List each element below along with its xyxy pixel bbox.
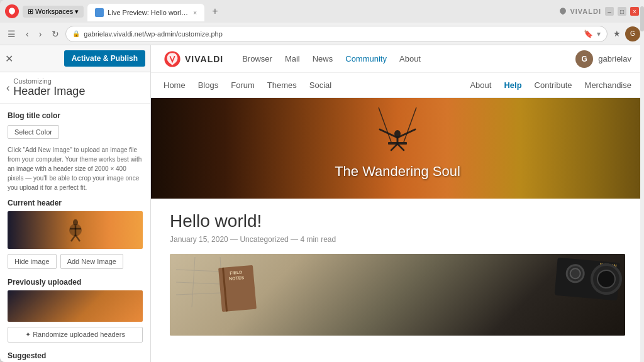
site-nav-themes[interactable]: Themes — [267, 80, 297, 90]
hero-section: The Wandering Soul — [151, 98, 644, 199]
header-info-text: Click "Add New Image" to upload an image… — [8, 145, 143, 192]
header-preview-image — [8, 211, 143, 249]
customizer-close-button[interactable]: ✕ — [5, 53, 13, 65]
customizer-top-bar: ✕ Activate & Publish — [0, 45, 150, 72]
hide-image-button[interactable]: Hide image — [8, 254, 57, 269]
randomize-headers-button[interactable]: ✦ Randomize uploaded headers — [8, 327, 143, 343]
customizer-back-button[interactable]: ‹ — [6, 82, 9, 94]
customizer-section-title: Header Image — [13, 85, 85, 98]
site-nav-social[interactable]: Social — [309, 80, 331, 90]
new-tab-button[interactable]: + — [208, 6, 221, 17]
user-avatar[interactable]: G — [575, 50, 593, 68]
vivaldi-site-logo[interactable]: VIVALDI — [164, 50, 223, 68]
title-bar: ⊞ Workspaces ▾ Live Preview: Hello world… — [0, 0, 644, 23]
tab-title: Live Preview: Hello world! | — [108, 9, 189, 16]
current-header-preview — [8, 211, 143, 249]
previously-uploaded-label: Previously uploaded — [8, 278, 143, 287]
svg-point-0 — [73, 219, 78, 226]
site-nav-contribute[interactable]: Contribute — [535, 80, 572, 90]
suggested-label: Suggested — [8, 351, 143, 360]
scrollbar[interactable] — [640, 45, 644, 362]
security-icon: 🔒 — [72, 30, 80, 37]
add-new-image-button[interactable]: Add New Image — [60, 254, 123, 269]
vivaldi-menu-button[interactable] — [5, 4, 19, 18]
site-nav-home[interactable]: Home — [164, 80, 186, 90]
vivaldi-top-nav: VIVALDI Browser Mail News Community Abou… — [151, 45, 644, 73]
customizer-header: ‹ Customizing Header Image — [0, 72, 150, 104]
extensions-button[interactable]: ★ — [610, 27, 624, 40]
maximize-button[interactable]: □ — [618, 7, 626, 16]
activate-publish-button[interactable]: Activate & Publish — [64, 50, 145, 67]
select-color-button[interactable]: Select Color — [8, 125, 59, 139]
sidebar-toggle-button[interactable]: ☰ — [4, 26, 19, 41]
post-featured-image: FIELDNOTES NIKON — [170, 254, 625, 336]
chevron-icon: ▾ — [75, 8, 79, 16]
bookmark-button[interactable]: 🔖 — [584, 30, 593, 38]
blog-content: Hello world! January 15, 2020 — Uncatego… — [151, 199, 644, 362]
workspaces-icon: ⊞ — [28, 8, 33, 16]
site-nav-about[interactable]: About — [470, 80, 491, 90]
site-content: VIVALDI Browser Mail News Community Abou… — [151, 45, 644, 362]
nav-right-buttons: ★ G — [610, 26, 640, 41]
svg-line-13 — [391, 144, 397, 150]
site-nav-help[interactable]: Help — [504, 80, 521, 90]
site-nav-left: Home Blogs Forum Themes Social — [164, 80, 331, 90]
user-avatar-nav[interactable]: G — [625, 26, 640, 41]
prev-preview-image — [8, 290, 143, 322]
hero-title: The Wandering Soul — [335, 163, 460, 180]
nav-link-news[interactable]: News — [313, 54, 333, 63]
vivaldi-nav-links: Browser Mail News Community About — [242, 54, 421, 63]
close-button[interactable]: × — [630, 7, 639, 16]
current-header-label: Current header — [8, 199, 143, 207]
site-nav-blogs[interactable]: Blogs — [198, 80, 219, 90]
browser-brand: VIVALDI — [558, 7, 601, 16]
reload-button[interactable]: ↻ — [48, 26, 63, 41]
post-title: Hello world! — [170, 211, 625, 231]
site-navigation: Home Blogs Forum Themes Social About Hel… — [151, 73, 644, 98]
nav-link-mail[interactable]: Mail — [285, 54, 300, 63]
vivaldi-logo-icon — [164, 50, 181, 68]
main-content: ✕ Activate & Publish ‹ Customizing Heade… — [0, 45, 644, 362]
dropdown-button[interactable]: ▾ — [597, 30, 601, 38]
site-nav-right: About Help Contribute Merchandise — [470, 80, 631, 90]
svg-line-14 — [397, 144, 404, 150]
tab-close-button[interactable]: × — [193, 9, 197, 16]
svg-line-4 — [75, 235, 80, 241]
vivaldi-logo-text: VIVALDI — [185, 54, 223, 64]
customizer-panel: ✕ Activate & Publish ‹ Customizing Heade… — [0, 45, 151, 362]
back-button[interactable]: ‹ — [22, 26, 33, 41]
active-tab[interactable]: Live Preview: Hello world! | × — [87, 4, 204, 21]
customizer-body: Blog title color Select Color Click "Add… — [0, 104, 150, 362]
svg-line-7 — [404, 107, 416, 142]
header-action-buttons: Hide image Add New Image — [8, 254, 143, 269]
address-bar[interactable]: 🔒 gabrielav.vivaldi.net/wp-admin/customi… — [65, 26, 608, 42]
site-nav-forum[interactable]: Forum — [231, 80, 255, 90]
svg-line-18 — [192, 257, 195, 307]
user-name: gabrielav — [598, 54, 631, 63]
minimize-button[interactable]: – — [605, 7, 614, 16]
user-nav-section: G gabrielav — [575, 50, 631, 68]
tab-favicon — [95, 8, 104, 17]
address-text: gabrielav.vivaldi.net/wp-admin/customize… — [84, 30, 580, 38]
workspaces-button[interactable]: ⊞ Workspaces ▾ — [23, 6, 84, 18]
customizer-breadcrumb: Customizing — [13, 77, 85, 85]
navigation-bar: ☰ ‹ › ↻ 🔒 gabrielav.vivaldi.net/wp-admin… — [0, 23, 644, 45]
svg-line-3 — [71, 235, 75, 241]
nav-link-about[interactable]: About — [399, 54, 421, 63]
brand-text: VIVALDI — [570, 8, 601, 15]
forward-button[interactable]: › — [35, 26, 46, 41]
blog-title-color-label: Blog title color — [8, 111, 143, 120]
post-meta: January 15, 2020 — Uncategorized — 4 min… — [170, 235, 625, 244]
browser-window: ⊞ Workspaces ▾ Live Preview: Hello world… — [0, 0, 644, 362]
svg-line-6 — [379, 107, 391, 142]
previously-uploaded-preview[interactable] — [8, 290, 143, 322]
site-nav-merchandise[interactable]: Merchandise — [585, 80, 631, 90]
nav-link-browser[interactable]: Browser — [242, 54, 272, 63]
nav-link-community[interactable]: Community — [345, 54, 387, 63]
